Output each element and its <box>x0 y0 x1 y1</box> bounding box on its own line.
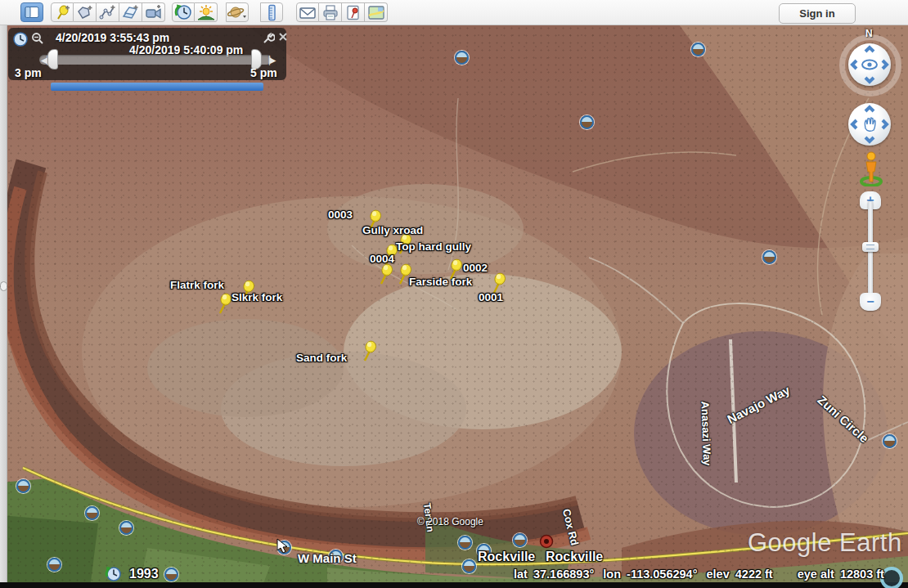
photo-icon[interactable] <box>513 533 527 547</box>
placemark-pin[interactable] <box>216 293 232 314</box>
placemark-label[interactable]: Top hard gully <box>396 240 471 253</box>
sidebar-splitter-handle[interactable] <box>0 281 7 291</box>
photo-icon[interactable] <box>16 479 30 493</box>
placemark-label[interactable]: Slkrk fork <box>231 291 282 303</box>
placemark-label[interactable]: 0003 <box>328 209 353 221</box>
email-button[interactable] <box>296 2 319 22</box>
placemark-label[interactable]: Gully xroad <box>362 224 423 236</box>
imagery-date-control[interactable]: 1993 <box>105 565 159 583</box>
time-slider-track[interactable] <box>39 55 272 65</box>
photo-icon[interactable] <box>47 558 61 572</box>
photo-icon[interactable] <box>119 521 133 535</box>
pegman[interactable] <box>860 150 883 190</box>
imagery-year: 1993 <box>129 567 159 581</box>
clock-icon <box>13 32 28 47</box>
time-range-start-label: 3 pm <box>15 66 42 79</box>
close-icon[interactable] <box>278 32 288 42</box>
photo-icon[interactable] <box>691 43 705 56</box>
elev-value: 4222 ft <box>735 568 773 581</box>
view-in-maps-button[interactable] <box>365 2 388 22</box>
record-tour-button[interactable] <box>142 2 165 22</box>
time-slider-current-time: 4/20/2019 3:55:43 pm <box>56 31 169 44</box>
placemark-label[interactable]: 0004 <box>370 253 394 265</box>
sunlight-button[interactable] <box>195 2 218 22</box>
main-toolbar: Sign in <box>0 0 908 25</box>
photo-icon[interactable] <box>85 506 99 520</box>
photo-icon[interactable] <box>164 568 178 581</box>
sign-in-button[interactable]: Sign in <box>779 3 856 24</box>
historical-imagery-button[interactable] <box>172 2 195 22</box>
bottom-edge <box>0 582 908 588</box>
lon-label: lon <box>603 568 621 581</box>
wrench-icon[interactable] <box>262 32 275 45</box>
save-image-button[interactable] <box>342 2 365 22</box>
add-polygon-button[interactable] <box>74 2 97 22</box>
zoom-out-button[interactable]: − <box>860 293 881 311</box>
eye-alt-label: eye alt <box>798 568 834 581</box>
lon-value: -113.056294° <box>627 568 697 581</box>
add-path-button[interactable] <box>97 2 119 22</box>
town-label: Rockville <box>478 550 535 564</box>
print-button[interactable] <box>319 2 342 22</box>
ruler-button[interactable] <box>260 2 283 22</box>
eye-icon <box>862 61 877 70</box>
street-label: Cox Rd <box>560 508 582 547</box>
mouse-cursor <box>276 538 289 554</box>
rockville-marker[interactable] <box>539 534 554 549</box>
lat-label: lat <box>514 568 528 581</box>
photo-icon[interactable] <box>455 51 469 65</box>
add-image-overlay-button[interactable] <box>119 2 142 22</box>
street-label: Zuni Circle <box>815 393 871 446</box>
street-label: Navajo Way <box>725 383 792 426</box>
historical-imagery-clock-icon <box>105 565 123 583</box>
placemark-label[interactable]: 0002 <box>463 262 488 274</box>
status-coordinates: lat37.166893° lon-113.056294° elev4222 f… <box>514 568 890 581</box>
photo-icon[interactable] <box>762 250 776 264</box>
town-label: Rockville <box>546 550 603 564</box>
street-label: W Main St <box>298 551 357 565</box>
photo-icon[interactable] <box>462 559 476 573</box>
map-copyright: © 2018 Google <box>417 516 483 527</box>
google-earth-window: { "window": { "sign_in_label": "Sign in"… <box>0 0 908 588</box>
hand-icon <box>865 118 875 131</box>
placemark-pin[interactable] <box>361 340 377 361</box>
photo-icon[interactable] <box>883 434 897 448</box>
google-earth-watermark: Google Earth <box>748 528 902 558</box>
explore-planets-button[interactable] <box>226 2 249 22</box>
elev-label: elev <box>707 568 730 581</box>
placemark-label[interactable]: Flatrk fork <box>170 279 224 291</box>
zoom-range-icon[interactable] <box>31 32 44 45</box>
photo-icon[interactable] <box>580 115 594 129</box>
zoom-slider-handle[interactable] <box>862 242 879 252</box>
add-placemark-button[interactable] <box>51 2 74 22</box>
time-slider-panel: 4/20/2019 3:55:43 pm 4/20/2019 5:40:09 p… <box>8 28 286 80</box>
placemark-label[interactable]: Sand fork <box>296 352 347 364</box>
time-range-end-label: 5 pm <box>250 66 277 79</box>
time-slider-start-handle[interactable] <box>47 49 58 70</box>
sidebar-toggle-button[interactable] <box>20 2 43 22</box>
street-label: Anasazi Way <box>699 401 714 465</box>
time-slider-range-fill <box>51 83 263 91</box>
move-joystick[interactable] <box>848 103 891 146</box>
lat-value: 37.166893° <box>533 568 594 581</box>
photo-icon[interactable] <box>458 536 472 550</box>
step-forward-icon[interactable]: ▕▶ <box>263 56 276 65</box>
navigation-controls: N + − <box>833 26 908 312</box>
sidebar-splitter[interactable] <box>0 25 7 588</box>
look-joystick[interactable] <box>848 43 891 86</box>
placemark-pin[interactable] <box>377 263 393 285</box>
placemark-label[interactable]: 0001 <box>479 291 503 303</box>
placemark-pin[interactable] <box>447 258 463 280</box>
eye-alt-value: 12803 ft <box>840 568 884 581</box>
